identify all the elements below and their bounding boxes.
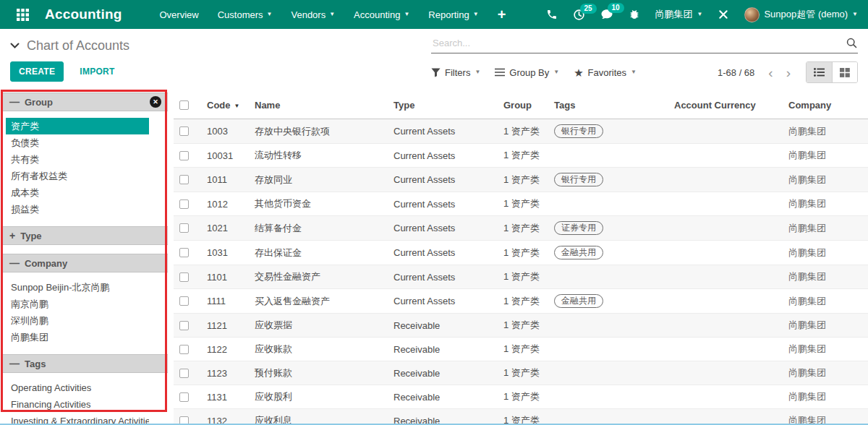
favorites-dropdown[interactable]: ★ Favorites ▼ bbox=[574, 67, 637, 78]
account-row[interactable]: 1132应收利息Receivable1 资产类尚鹏集团 bbox=[174, 409, 868, 425]
group-by-dropdown[interactable]: Group By ▼ bbox=[495, 67, 559, 78]
cell-name: 存放同业 bbox=[249, 168, 388, 192]
tag-pill: 金融共用 bbox=[554, 246, 603, 259]
breadcrumb-chevron-down-icon[interactable] bbox=[10, 43, 20, 49]
user-menu[interactable]: Sunpop超管 (demo) ▼ bbox=[744, 7, 858, 22]
filter-item[interactable]: 深圳尚鹏 bbox=[6, 312, 149, 329]
filter-list: Operating ActivitiesFinancing Activities… bbox=[3, 379, 168, 425]
filter-item[interactable]: 负债类 bbox=[6, 134, 149, 151]
account-row[interactable]: 1121应收票据Receivable1 资产类尚鹏集团 bbox=[174, 314, 868, 338]
company-switcher[interactable]: 尚鹏集团 ▼ bbox=[655, 8, 703, 21]
filter-item[interactable]: Operating Activities bbox=[6, 379, 149, 396]
tag-pill: 银行专用 bbox=[554, 124, 603, 138]
filter-item[interactable]: 尚鹏集团 bbox=[6, 329, 149, 345]
cell-name: 应收利息 bbox=[249, 409, 388, 425]
import-button[interactable]: IMPORT bbox=[75, 66, 119, 77]
cell-code: 1132 bbox=[201, 409, 249, 425]
apps-grid-icon[interactable] bbox=[10, 0, 35, 29]
column-header-tags[interactable]: Tags bbox=[548, 91, 668, 119]
tag-pill: 证券专用 bbox=[554, 221, 603, 235]
cell-currency bbox=[668, 314, 783, 338]
select-all-checkbox[interactable] bbox=[179, 100, 189, 110]
account-row[interactable]: 1123预付账款Receivable1 资产类尚鹏集团 bbox=[174, 361, 868, 385]
row-checkbox[interactable] bbox=[179, 126, 189, 136]
filter-item[interactable]: Financing Activities bbox=[6, 396, 149, 413]
cell-type: Current Assets bbox=[388, 168, 498, 192]
filter-item[interactable]: 资产类 bbox=[6, 118, 149, 134]
cell-type: Receivable bbox=[388, 338, 498, 361]
pager-next-icon[interactable]: › bbox=[781, 66, 796, 80]
filter-item[interactable]: 损益类 bbox=[6, 201, 149, 218]
filter-item[interactable]: 共有类 bbox=[6, 151, 149, 168]
row-checkbox[interactable] bbox=[179, 296, 189, 306]
column-header-type[interactable]: Type bbox=[388, 91, 498, 119]
account-row[interactable]: 1101交易性金融资产Current Assets1 资产类尚鹏集团 bbox=[174, 265, 868, 289]
menu-item-reporting[interactable]: Reporting▼ bbox=[428, 9, 478, 20]
menu-item-overview[interactable]: Overview bbox=[160, 9, 199, 20]
kanban-view-button[interactable] bbox=[832, 62, 857, 82]
row-checkbox[interactable] bbox=[179, 369, 189, 378]
app-title[interactable]: Accounting bbox=[45, 7, 122, 22]
account-row[interactable]: 1011存放同业Current Assets1 资产类银行专用尚鹏集团 bbox=[174, 168, 868, 192]
list-view-button[interactable] bbox=[807, 62, 832, 82]
row-checkbox[interactable] bbox=[179, 272, 189, 282]
cell-type: Receivable bbox=[388, 361, 498, 385]
menu-item-accounting[interactable]: Accounting▼ bbox=[354, 9, 409, 20]
column-header-code[interactable]: Code▼ bbox=[201, 91, 249, 119]
row-checkbox[interactable] bbox=[179, 321, 189, 330]
filter-item[interactable]: 南京尚鹏 bbox=[6, 296, 149, 312]
create-button[interactable]: CREATE bbox=[10, 61, 64, 82]
row-checkbox[interactable] bbox=[179, 151, 189, 160]
cell-group: 1 资产类 bbox=[498, 289, 548, 314]
column-header-currency[interactable]: Account Currency bbox=[668, 91, 783, 119]
remove-filter-icon[interactable]: ✕ bbox=[150, 96, 161, 108]
cell-tags bbox=[548, 361, 668, 385]
account-row[interactable]: 1131应收股利Receivable1 资产类尚鹏集团 bbox=[174, 385, 868, 409]
search-icon[interactable] bbox=[846, 37, 858, 49]
filter-section-title: Group bbox=[25, 97, 53, 108]
filter-item[interactable]: 成本类 bbox=[6, 184, 149, 201]
account-row[interactable]: 1003存放中央银行款项Current Assets1 资产类银行专用尚鹏集团 bbox=[174, 119, 868, 144]
filter-section-type: +Type bbox=[3, 226, 168, 245]
cell-company: 尚鹏集团 bbox=[783, 361, 868, 385]
cell-company: 尚鹏集团 bbox=[783, 241, 868, 265]
cell-tags bbox=[548, 338, 668, 361]
phone-icon[interactable] bbox=[546, 9, 558, 20]
tools-icon[interactable] bbox=[718, 9, 729, 20]
filter-section-header-tags[interactable]: —Tags bbox=[3, 354, 168, 373]
column-header-name[interactable]: Name bbox=[249, 91, 388, 119]
account-row[interactable]: 10031流动性转移Current Assets1 资产类尚鹏集团 bbox=[174, 144, 868, 168]
column-header-company[interactable]: Company bbox=[783, 91, 868, 119]
messages-chat-icon[interactable]: 10 bbox=[600, 8, 613, 21]
filter-section-header-group[interactable]: —Group✕ bbox=[3, 93, 168, 111]
row-checkbox[interactable] bbox=[179, 175, 189, 184]
filter-item[interactable]: Sunpop Beijin-北京尚鹏 bbox=[6, 279, 149, 296]
plus-icon[interactable]: + bbox=[498, 7, 506, 22]
search-input[interactable] bbox=[431, 37, 846, 49]
account-row[interactable]: 1031存出保证金Current Assets1 资产类金融共用尚鹏集团 bbox=[174, 241, 868, 265]
filters-dropdown[interactable]: Filters ▼ bbox=[431, 67, 480, 78]
account-row[interactable]: 1021结算备付金Current Assets1 资产类证券专用尚鹏集团 bbox=[174, 216, 868, 241]
account-row[interactable]: 1122应收账款Receivable1 资产类尚鹏集团 bbox=[174, 338, 868, 361]
account-row[interactable]: 1111买入返售金融资产Current Assets1 资产类金融共用尚鹏集团 bbox=[174, 289, 868, 314]
column-header-group[interactable]: Group bbox=[498, 91, 548, 119]
menu-item-customers[interactable]: Customers▼ bbox=[218, 9, 273, 20]
cell-group: 1 资产类 bbox=[498, 314, 548, 338]
row-checkbox[interactable] bbox=[179, 345, 189, 354]
filter-item[interactable]: 所有者权益类 bbox=[6, 168, 149, 184]
pager-range: 1-68 / 68 bbox=[718, 67, 754, 78]
plus-icon: + bbox=[9, 231, 15, 241]
activities-clock-icon[interactable]: 25 bbox=[573, 9, 585, 21]
account-row[interactable]: 1012其他货币资金Current Assets1 资产类尚鹏集团 bbox=[174, 192, 868, 216]
filter-section-header-company[interactable]: —Company bbox=[3, 254, 168, 272]
row-checkbox[interactable] bbox=[179, 392, 189, 402]
menu-item-vendors[interactable]: Vendors▼ bbox=[291, 9, 335, 20]
pager-previous-icon[interactable]: ‹ bbox=[763, 66, 778, 80]
cell-name: 存出保证金 bbox=[249, 241, 388, 265]
row-checkbox[interactable] bbox=[179, 199, 189, 209]
debug-bug-icon[interactable] bbox=[629, 9, 640, 20]
filter-section-header-type[interactable]: +Type bbox=[3, 226, 168, 245]
main-menu: OverviewCustomers▼Vendors▼Accounting▼Rep… bbox=[160, 9, 479, 20]
row-checkbox[interactable] bbox=[179, 248, 189, 257]
row-checkbox[interactable] bbox=[179, 223, 189, 233]
